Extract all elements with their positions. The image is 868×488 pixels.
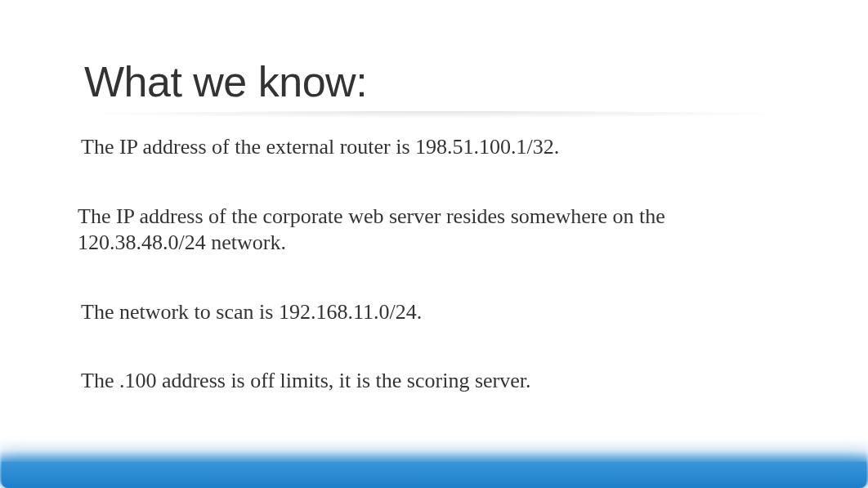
paragraph-offlimits-address: The .100 address is off limits, it is th… (78, 368, 790, 395)
slide-container: What we know: The IP address of the exte… (0, 0, 868, 488)
paragraph-webserver-network: The IP address of the corporate web serv… (78, 204, 790, 257)
paragraph-scan-network: The network to scan is 192.168.11.0/24. (78, 299, 790, 326)
heading-underline (80, 111, 788, 118)
paragraph-router-ip: The IP address of the external router is… (78, 134, 790, 161)
slide-heading: What we know: (0, 0, 868, 106)
slide-content: The IP address of the external router is… (0, 118, 868, 395)
bottom-decorative-bar (2, 462, 866, 488)
